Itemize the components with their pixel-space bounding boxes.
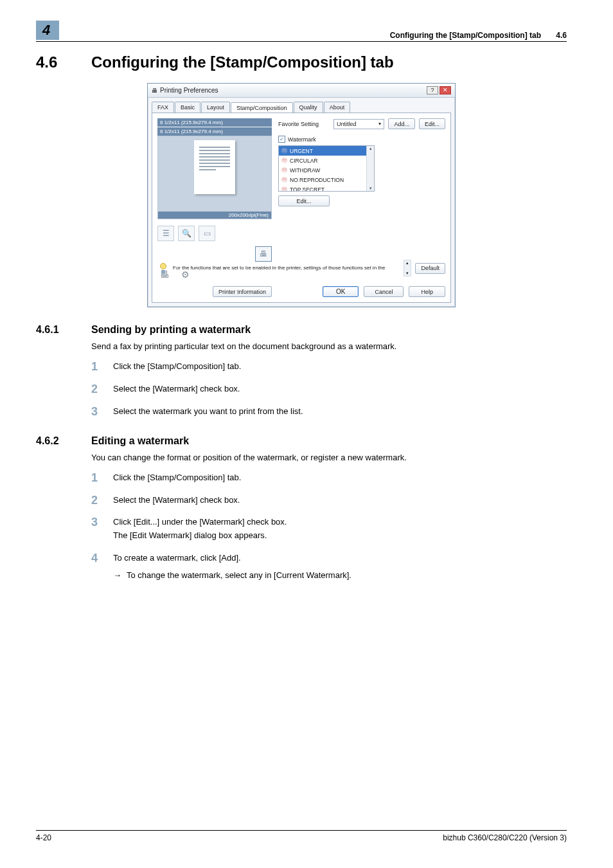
subsection-number: 4.6.1 <box>36 324 91 336</box>
paper-size-top: 8 1/2x11 (215.9x279.4 mm) <box>157 118 272 127</box>
preview-toolbar-1: ☰ 🔍 ▭ <box>157 226 272 241</box>
header-right: Configuring the [Stamp/Composition] tab … <box>390 31 567 40</box>
section-number: 4.6 <box>36 53 91 71</box>
page-icon[interactable]: ▭ <box>199 226 215 241</box>
step-item: 3 Click [Edit...] under the [Watermark] … <box>91 516 567 543</box>
ok-button[interactable]: OK <box>323 286 359 297</box>
subsection-intro: You can change the format or position of… <box>91 452 567 464</box>
section-title: Configuring the [Stamp/Composition] tab <box>91 53 394 71</box>
favorite-setting-dropdown[interactable]: Untitled ▾ <box>333 119 384 129</box>
watermark-checkbox-label: Watermark <box>288 136 316 143</box>
dialog-screenshot: 🖶 Printing Preferences ? ✕ FAX Basic Lay… <box>36 83 567 307</box>
step-text: Select the [Watermark] check box. <box>113 494 240 507</box>
help-icon[interactable]: ? <box>427 86 438 95</box>
printer-information-button[interactable]: Printer Information <box>213 286 272 297</box>
step-text: To create a watermark, click [Add]. <box>113 552 351 565</box>
subsection-heading: 4.6.2 Editing a watermark <box>36 435 567 447</box>
section-heading: 4.6 Configuring the [Stamp/Composition] … <box>36 53 567 71</box>
step-number: 3 <box>91 516 113 528</box>
tab-basic[interactable]: Basic <box>175 102 200 113</box>
watermark-list[interactable]: ㊞URGENT ㊞CIRCULAR ㊞WITHDRAW ㊞NO REPRODUC… <box>278 145 375 192</box>
step-number: 1 <box>91 360 113 372</box>
step-text: Click the [Stamp/Composition] tab. <box>113 471 241 485</box>
page-preview: 200x200dpi(Fine) <box>157 136 272 219</box>
preview-page-icon <box>194 140 235 194</box>
list-view-icon[interactable]: ☰ <box>157 226 174 241</box>
step-number: 1 <box>91 471 113 484</box>
step-number: 2 <box>91 494 113 506</box>
step-item: 1 Click the [Stamp/Composition] tab. <box>91 471 567 485</box>
step-text: Select the watermark you want to print f… <box>113 405 303 419</box>
subsection-heading: 4.6.1 Sending by printing a watermark <box>36 324 567 336</box>
dpi-label: 200x200dpi(Fine) <box>158 212 271 219</box>
cancel-button[interactable]: Cancel <box>364 286 404 297</box>
tab-strip: FAX Basic Layout Stamp/Composition Quali… <box>148 98 455 113</box>
tab-stamp-composition[interactable]: Stamp/Composition <box>231 102 293 113</box>
step-item: 2 Select the [Watermark] check box. <box>91 494 567 507</box>
stamp-icon: ㊞ <box>281 166 287 174</box>
dialog-titlebar: 🖶 Printing Preferences ? ✕ <box>148 84 455 98</box>
step-text: Select the [Watermark] check box. <box>113 383 240 396</box>
printing-preferences-dialog: 🖶 Printing Preferences ? ✕ FAX Basic Lay… <box>147 83 456 307</box>
step-item: 4 To create a watermark, click [Add]. → … <box>91 552 567 583</box>
subsection-title: Editing a watermark <box>91 435 189 447</box>
page-header: 4 Configuring the [Stamp/Composition] ta… <box>36 21 567 42</box>
list-item: ㊞WITHDRAW <box>279 165 374 175</box>
list-scrollbar[interactable]: ▴▾ <box>366 146 374 191</box>
printer-icon: 🖶 <box>152 87 157 94</box>
step-number: 3 <box>91 405 113 417</box>
list-item: ㊞NO REPRODUCTION <box>279 175 374 185</box>
tab-about[interactable]: About <box>324 102 351 113</box>
step-sub-bullet: → To change the watermark, select any in… <box>113 569 351 583</box>
chapter-badge: 4 <box>36 21 59 40</box>
step-item: 3 Select the watermark you want to print… <box>91 405 567 419</box>
zoom-icon[interactable]: 🔍 <box>178 226 195 241</box>
subsection-number: 4.6.2 <box>36 435 91 447</box>
product-label: bizhub C360/C280/C220 (Version 3) <box>443 833 567 842</box>
tab-quality[interactable]: Quality <box>294 102 323 113</box>
lightbulb-icon <box>157 260 169 276</box>
step-number: 2 <box>91 383 113 395</box>
favorite-setting-label: Favorite Setting <box>278 121 330 127</box>
watermark-edit-button[interactable]: Edit... <box>278 195 330 206</box>
tab-fax[interactable]: FAX <box>152 102 174 113</box>
header-title: Configuring the [Stamp/Composition] tab <box>390 31 541 40</box>
header-section-no: 4.6 <box>556 31 567 40</box>
stamp-icon: ㊞ <box>281 176 287 184</box>
step-text: Click the [Stamp/Composition] tab. <box>113 360 241 374</box>
step-sub-text: To change the watermark, select any in [… <box>127 569 351 583</box>
favorite-add-button[interactable]: Add... <box>388 118 415 129</box>
dialog-button-row: OK Cancel Help <box>323 286 445 297</box>
stamp-icon: ㊞ <box>281 147 287 155</box>
dialog-body: 8 1/2x11 (215.9x279.4 mm) 8 1/2x11 (215.… <box>152 113 451 303</box>
default-button[interactable]: Default <box>415 263 445 274</box>
dialog-title: Printing Preferences <box>160 87 427 94</box>
close-icon[interactable]: ✕ <box>440 86 451 95</box>
step-number: 4 <box>91 552 113 564</box>
favorite-setting-value: Untitled <box>337 121 357 127</box>
step-item: 1 Click the [Stamp/Composition] tab. <box>91 360 567 374</box>
paper-size-bottom: 8 1/2x11 (215.9x279.4 mm) <box>157 127 272 136</box>
help-button[interactable]: Help <box>409 286 445 297</box>
hint-row: For the functions that are set to be ena… <box>157 260 445 276</box>
chevron-down-icon: ▾ <box>378 121 381 127</box>
page-number: 4-20 <box>36 833 51 842</box>
hint-scrollbar[interactable]: ▴▾ <box>404 260 411 276</box>
list-item: ㊞URGENT <box>279 146 374 156</box>
subsection-intro: Send a fax by printing particular text o… <box>91 341 567 352</box>
favorite-edit-button[interactable]: Edit... <box>419 118 445 129</box>
subsection-title: Sending by printing a watermark <box>91 324 251 336</box>
list-item: ㊞CIRCULAR <box>279 156 374 165</box>
page-footer: 4-20 bizhub C360/C280/C220 (Version 3) <box>36 830 567 842</box>
watermark-checkbox[interactable]: ✓ <box>278 136 285 143</box>
step-text: Click [Edit...] under the [Watermark] ch… <box>113 516 287 529</box>
tab-layout[interactable]: Layout <box>201 102 230 113</box>
list-item: ㊞TOP SECRET <box>279 185 374 192</box>
step-item: 2 Select the [Watermark] check box. <box>91 383 567 396</box>
stamp-icon: ㊞ <box>281 156 287 165</box>
step-subtext: The [Edit Watermark] dialog box appears. <box>113 529 287 543</box>
hint-text: For the functions that are set to be ena… <box>173 265 400 271</box>
arrow-icon: → <box>113 569 121 583</box>
stamp-icon: ㊞ <box>281 185 287 192</box>
